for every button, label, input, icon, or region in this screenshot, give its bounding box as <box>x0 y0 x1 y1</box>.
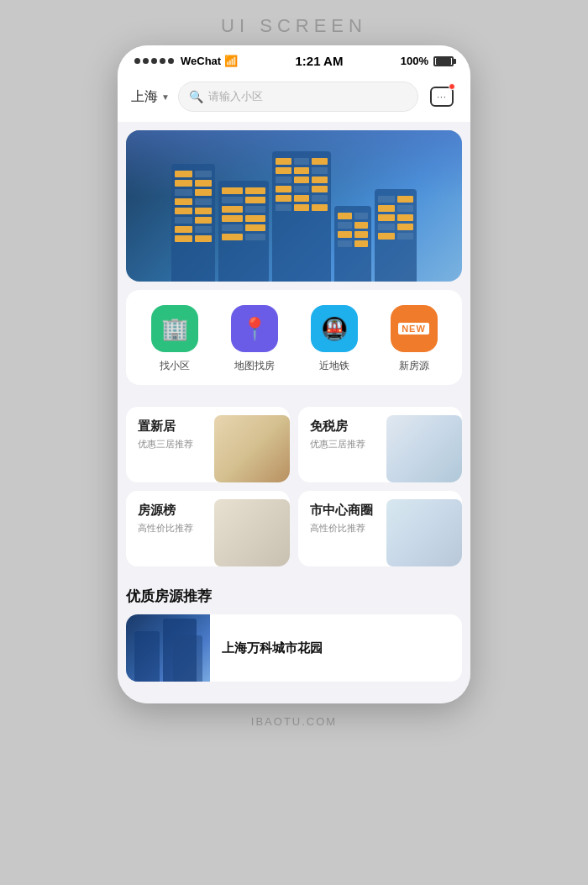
cat-subtitle-tax-free: 优惠三居推荐 <box>310 438 365 450</box>
room-image-1 <box>214 415 290 482</box>
quick-new-listings[interactable]: NEW 新房源 <box>391 305 438 373</box>
quick-find-community[interactable]: 🏢 找小区 <box>151 305 198 373</box>
building-2 <box>218 181 269 282</box>
premium-item-1[interactable]: 上海万科城市花园 <box>126 614 462 682</box>
cat-image-new-home <box>214 415 290 482</box>
dot-2 <box>143 58 149 64</box>
time-display: 1:21 AM <box>295 54 343 68</box>
battery-percent: 100% <box>401 55 428 67</box>
search-placeholder-text: 请输入小区 <box>208 89 263 104</box>
cat-image-top-list <box>214 499 290 566</box>
battery-icon <box>433 56 454 66</box>
cat-text-tax-free: 免税房 优惠三居推荐 <box>310 419 365 450</box>
cat-subtitle-top-list: 高性价比推荐 <box>138 522 193 535</box>
room-image-2 <box>386 415 462 482</box>
city-name: 上海 <box>131 88 158 106</box>
wifi-icon: 📶 <box>224 55 238 67</box>
near-metro-label: 近地铁 <box>319 359 349 373</box>
building-4 <box>334 206 371 282</box>
cat-title-city-center: 市中心商圈 <box>310 503 373 519</box>
spacer-1 <box>118 385 470 393</box>
carrier-label: WeChat <box>181 55 221 67</box>
ui-screen-label: UI SCREEN <box>221 15 367 37</box>
category-grid: 置新居 优惠三居推荐 免税房 优惠三居推荐 房源榜 <box>118 398 470 575</box>
status-right: 100% <box>401 55 454 67</box>
battery-fill <box>436 58 451 65</box>
message-badge <box>449 83 455 90</box>
quick-icons-row: 🏢 找小区 📍 地图找房 🚇 近地铁 NEW 新房源 <box>126 290 462 385</box>
new-listings-icon: NEW <box>391 305 438 352</box>
find-community-icon: 🏢 <box>151 305 198 352</box>
cat-card-new-home[interactable]: 置新居 优惠三居推荐 <box>126 407 290 482</box>
premium-image-1 <box>126 614 210 682</box>
windows-1 <box>175 171 212 242</box>
banner-section <box>118 122 470 290</box>
cat-text-new-home: 置新居 优惠三居推荐 <box>138 419 193 450</box>
cat-image-city-center <box>386 499 462 566</box>
building-1 <box>171 164 215 282</box>
search-icon: 🔍 <box>189 90 203 103</box>
cat-image-tax-free <box>386 415 462 482</box>
premium-title-1: 上海万科城市花园 <box>222 640 323 656</box>
cat-subtitle-new-home: 优惠三居推荐 <box>138 438 193 450</box>
dot-3 <box>151 58 157 64</box>
cat-text-city-center: 市中心商圈 高性价比推荐 <box>310 503 373 535</box>
cat-title-top-list: 房源榜 <box>138 503 193 519</box>
banner-card[interactable] <box>126 130 462 282</box>
find-community-label: 找小区 <box>160 359 190 373</box>
cat-card-tax-free[interactable]: 免税房 优惠三居推荐 <box>298 407 462 482</box>
windows-5 <box>378 196 413 240</box>
cat-title-tax-free: 免税房 <box>310 419 365 435</box>
windows-2 <box>222 187 265 240</box>
building-illustration <box>126 147 462 282</box>
signal-dots <box>134 58 174 64</box>
dropdown-arrow-icon: ▼ <box>161 92 170 102</box>
new-listings-label: 新房源 <box>399 359 429 373</box>
city-selector[interactable]: 上海 ▼ <box>131 88 170 106</box>
windows-3 <box>276 158 328 211</box>
building-3 <box>272 151 331 282</box>
cat-subtitle-city-center: 高性价比推荐 <box>310 522 373 535</box>
room-image-4 <box>386 499 462 566</box>
search-bar[interactable]: 🔍 请输入小区 <box>178 82 418 112</box>
premium-section-title: 优质房源推荐 <box>126 587 462 606</box>
status-left: WeChat 📶 <box>134 55 238 67</box>
dot-1 <box>134 58 140 64</box>
premium-section: 优质房源推荐 上海万科城市花园 <box>118 575 470 687</box>
windows-4 <box>338 213 368 247</box>
bottom-label: IBAOTU.COM <box>251 715 337 728</box>
phone-content: 🏢 找小区 📍 地图找房 🚇 近地铁 NEW 新房源 <box>118 122 470 703</box>
message-button[interactable] <box>427 82 457 112</box>
premium-text-1: 上海万科城市花园 <box>210 629 334 668</box>
dot-4 <box>160 58 165 64</box>
room-image-3 <box>214 499 290 566</box>
map-find-label: 地图找房 <box>234 359 275 373</box>
new-badge: NEW <box>396 321 431 336</box>
app-header: 上海 ▼ 🔍 请输入小区 <box>118 73 470 122</box>
bottom-spacer <box>118 687 470 703</box>
building-5 <box>375 189 417 282</box>
dot-5 <box>168 58 174 64</box>
map-find-icon: 📍 <box>231 305 278 352</box>
phone-frame: WeChat 📶 1:21 AM 100% 上海 ▼ 🔍 请输入小区 <box>118 45 470 703</box>
cat-card-top-list[interactable]: 房源榜 高性价比推荐 <box>126 491 290 566</box>
cat-card-city-center[interactable]: 市中心商圈 高性价比推荐 <box>298 491 462 566</box>
quick-near-metro[interactable]: 🚇 近地铁 <box>311 305 358 373</box>
cat-title-new-home: 置新居 <box>138 419 193 435</box>
quick-map-find[interactable]: 📍 地图找房 <box>231 305 278 373</box>
near-metro-icon: 🚇 <box>311 305 358 352</box>
status-bar: WeChat 📶 1:21 AM 100% <box>118 45 470 73</box>
cat-text-top-list: 房源榜 高性价比推荐 <box>138 503 193 535</box>
